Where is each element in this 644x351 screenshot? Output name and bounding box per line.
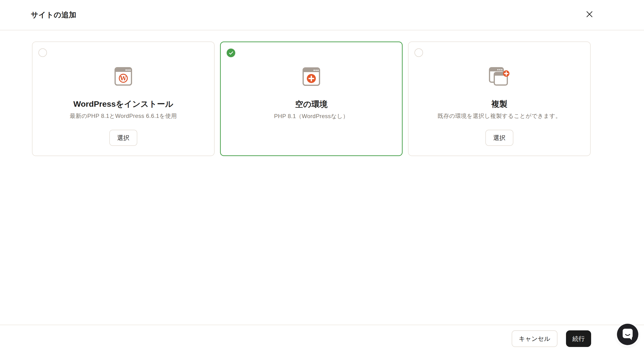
windows-duplicate-plus-icon (408, 67, 590, 86)
option-subtitle: 既存の環境を選択し複製することができます。 (408, 112, 590, 120)
option-title: WordPressをインストール (32, 98, 214, 109)
chat-bubble-icon (622, 328, 633, 340)
selected-check-icon[interactable] (227, 48, 235, 57)
select-button-clone[interactable]: 選択 (485, 130, 513, 146)
browser-plus-icon (221, 67, 402, 86)
footer-divider (0, 325, 644, 325)
continue-button[interactable]: 続行 (566, 330, 591, 347)
option-card-blank-environment[interactable]: 空の環境 PHP 8.1（WordPressなし） (220, 42, 402, 156)
option-title: 空の環境 (221, 99, 402, 110)
svg-text:W: W (120, 75, 127, 82)
cancel-button[interactable]: キャンセル (512, 330, 558, 347)
select-button-install-wordpress[interactable]: 選択 (109, 130, 137, 146)
dialog-header: サイトの追加 (0, 0, 644, 30)
option-title: 複製 (408, 98, 590, 109)
radio-unselected-icon[interactable] (38, 48, 47, 57)
option-card-install-wordpress[interactable]: W WordPressをインストール 最新のPHP 8.1とWordPress … (32, 42, 214, 156)
option-subtitle: PHP 8.1（WordPressなし） (221, 112, 402, 120)
option-card-clone[interactable]: 複製 既存の環境を選択し複製することができます。 選択 (408, 42, 591, 156)
close-icon (586, 10, 593, 18)
option-subtitle: 最新のPHP 8.1とWordPress 6.6.1を使用 (32, 112, 214, 120)
site-type-options: W WordPressをインストール 最新のPHP 8.1とWordPress … (32, 42, 591, 156)
close-button[interactable] (584, 8, 595, 20)
page-title: サイトの追加 (31, 10, 76, 20)
chat-launcher-button[interactable] (617, 324, 638, 345)
browser-wordpress-icon: W (32, 67, 214, 86)
radio-unselected-icon[interactable] (414, 48, 423, 57)
